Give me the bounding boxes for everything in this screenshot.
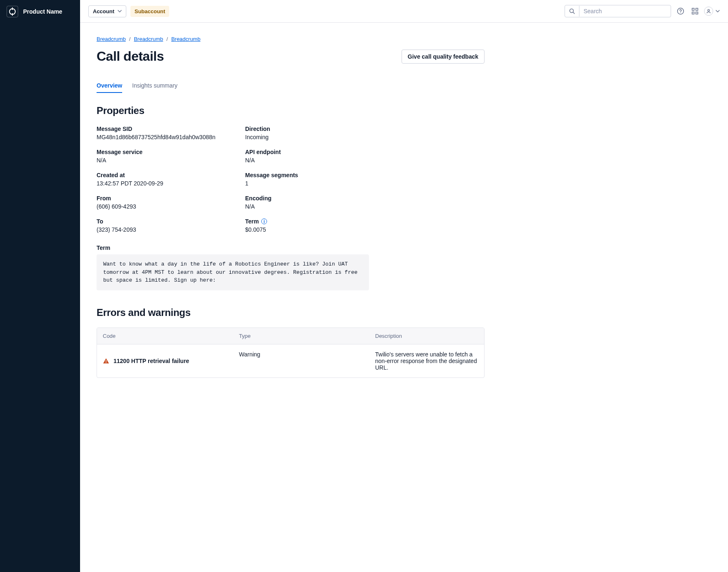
- prop-message-sid: Message SID MG48n1d86b68737525hfd84w91da…: [97, 126, 237, 140]
- svg-rect-9: [106, 360, 106, 362]
- prop-term-price: Term i $0.0075: [245, 218, 485, 233]
- breadcrumb-link[interactable]: Breadcrumb: [97, 36, 126, 42]
- svg-rect-6: [692, 12, 694, 14]
- svg-rect-5: [696, 8, 698, 10]
- user-icon: [704, 7, 713, 16]
- prop-from: From (606) 609-4293: [97, 195, 237, 210]
- prop-encoding: Encoding N/A: [245, 195, 485, 210]
- svg-line-1: [573, 12, 575, 14]
- warning-icon: [103, 358, 109, 364]
- tabs: Overview Insights summary: [97, 79, 485, 93]
- tab-overview[interactable]: Overview: [97, 79, 122, 93]
- prop-to: To (323) 754-2093: [97, 218, 237, 233]
- search-input[interactable]: [579, 5, 671, 17]
- logo-icon: [7, 6, 18, 17]
- svg-point-3: [680, 12, 681, 13]
- breadcrumb-link[interactable]: Breadcrumb: [134, 36, 163, 42]
- svg-rect-7: [696, 12, 698, 14]
- page-title: Call details: [97, 49, 164, 64]
- properties-title: Properties: [97, 105, 485, 116]
- prop-message-service: Message service N/A: [97, 149, 237, 164]
- breadcrumb-link[interactable]: Breadcrumb: [171, 36, 201, 42]
- error-type: Warning: [233, 344, 369, 377]
- info-icon[interactable]: i: [261, 218, 267, 224]
- errors-table: Code Type Description 11200 HTTP retriev…: [97, 328, 485, 378]
- product-name: Product Name: [23, 8, 62, 15]
- apps-icon[interactable]: [690, 6, 700, 16]
- prop-created-at: Created at 13:42:57 PDT 2020-09-29: [97, 172, 237, 187]
- topbar: Account Subaccount: [80, 0, 728, 23]
- table-row: 11200 HTTP retrieval failure Warning Twi…: [97, 344, 484, 377]
- help-icon[interactable]: [675, 6, 686, 17]
- svg-point-8: [708, 9, 709, 11]
- svg-rect-4: [692, 8, 694, 10]
- properties-grid: Message SID MG48n1d86b68737525hfd84w91da…: [97, 126, 485, 233]
- account-dropdown[interactable]: Account: [88, 5, 126, 17]
- error-description: Twilio's servers were unable to fetch a …: [369, 344, 484, 377]
- term-label: Term: [97, 244, 485, 251]
- search-box[interactable]: [565, 5, 671, 17]
- prop-direction: Direction Incoming: [245, 126, 485, 140]
- chevron-down-icon: [118, 10, 122, 12]
- table-header: Code Type Description: [97, 328, 484, 344]
- prop-api-endpoint: API endpoint N/A: [245, 149, 485, 164]
- term-body: Want to know what a day in the life of a…: [97, 254, 369, 290]
- breadcrumb-sep: /: [129, 36, 131, 42]
- breadcrumb-sep: /: [166, 36, 168, 42]
- tab-insights-summary[interactable]: Insights summary: [132, 79, 177, 93]
- user-menu[interactable]: [704, 7, 720, 16]
- error-code: 11200 HTTP retrieval failure: [97, 344, 233, 377]
- subaccount-badge: Subaccount: [130, 6, 169, 17]
- feedback-button[interactable]: Give call quality feedback: [402, 50, 485, 64]
- prop-message-segments: Message segments 1: [245, 172, 485, 187]
- chevron-down-icon: [716, 10, 720, 12]
- search-icon: [565, 6, 579, 17]
- errors-title: Errors and warnings: [97, 307, 485, 318]
- sidebar: Product Name: [0, 0, 80, 572]
- breadcrumb: Breadcrumb / Breadcrumb / Breadcrumb: [97, 36, 485, 42]
- sidebar-header: Product Name: [0, 0, 80, 23]
- svg-point-10: [106, 362, 106, 363]
- account-label: Account: [93, 8, 114, 14]
